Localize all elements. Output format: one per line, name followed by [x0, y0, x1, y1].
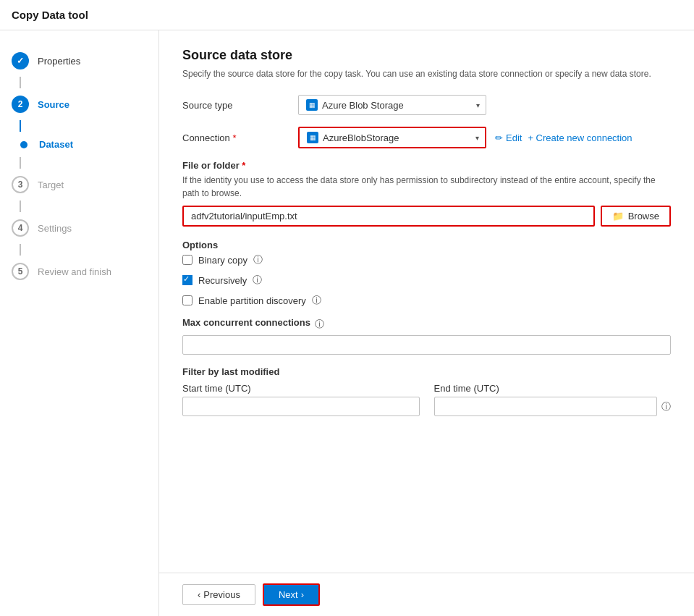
- time-row: Start time (UTC) End time (UTC) ⓘ: [182, 383, 671, 416]
- sidebar-label-target: Target: [38, 180, 64, 190]
- recursively-checkbox[interactable]: [182, 275, 192, 285]
- max-connections-input[interactable]: [182, 335, 671, 355]
- step-connector-4: [20, 201, 21, 212]
- connection-controls: ▦ AzureBlobStorage ▾ ✏ Edit + Create new…: [298, 127, 632, 148]
- filter-section: Filter by last modified Start time (UTC)…: [182, 366, 671, 416]
- source-type-value: Azure Blob Storage: [322, 100, 404, 111]
- create-connection-button[interactable]: + Create new connection: [528, 132, 632, 143]
- previous-button[interactable]: ‹ Previous: [182, 584, 255, 605]
- enable-partition-checkbox[interactable]: [182, 295, 192, 305]
- pencil-icon: ✏: [495, 132, 503, 143]
- end-time-field: End time (UTC) ⓘ: [434, 383, 672, 416]
- edit-button[interactable]: ✏ Edit: [495, 132, 522, 143]
- chevron-down-icon: ▾: [476, 101, 480, 109]
- step-connector-2: [20, 120, 21, 132]
- source-type-select[interactable]: ▦ Azure Blob Storage ▾: [298, 95, 486, 115]
- start-time-label: Start time (UTC): [182, 383, 420, 394]
- connection-value: AzureBlobStorage: [323, 132, 399, 143]
- start-time-input[interactable]: [182, 397, 420, 416]
- file-folder-label: File or folder *: [182, 160, 671, 171]
- start-time-field: Start time (UTC): [182, 383, 420, 416]
- filter-label: Filter by last modified: [182, 366, 671, 377]
- connection-select-wrapper: ▦ AzureBlobStorage ▾: [298, 127, 486, 148]
- sidebar-item-dataset[interactable]: Dataset: [0, 132, 158, 157]
- binary-copy-label: Binary copy: [198, 255, 247, 266]
- source-type-label: Source type: [182, 100, 298, 111]
- step-circle-target: 3: [12, 176, 29, 193]
- source-type-row: Source type ▦ Azure Blob Storage ▾: [182, 95, 671, 115]
- step-connector-3: [20, 157, 21, 169]
- folder-icon: 📁: [612, 211, 624, 221]
- content-area: Source data store Specify the source dat…: [159, 30, 694, 573]
- step-circle-properties: ✓: [12, 52, 29, 69]
- file-folder-section: File or folder * If the identity you use…: [182, 160, 671, 227]
- file-folder-description: If the identity you use to access the da…: [182, 174, 671, 200]
- connection-select[interactable]: ▦ AzureBlobStorage ▾: [298, 127, 486, 148]
- recursively-row: Recursively ⓘ: [182, 274, 671, 287]
- sidebar-item-target[interactable]: 3 Target: [0, 169, 158, 201]
- connection-label: Connection *: [182, 132, 298, 143]
- page-description: Specify the source data store for the co…: [182, 67, 671, 80]
- sidebar-item-source[interactable]: 2 Source: [0, 88, 158, 120]
- options-section: Options Binary copy ⓘ Recursively ⓘ: [182, 240, 671, 307]
- file-folder-row: 📁 Browse: [182, 206, 671, 227]
- connection-row: Connection * ▦ AzureBlobStorage ▾ ✏: [182, 127, 671, 148]
- enable-partition-label: Enable partition discovery: [198, 295, 306, 306]
- step-dot-dataset: [20, 141, 27, 148]
- chevron-right-icon: ›: [301, 589, 304, 600]
- connection-actions: ✏ Edit + Create new connection: [495, 132, 632, 143]
- sidebar-label-dataset: Dataset: [39, 139, 73, 150]
- sidebar-label-review: Review and finish: [38, 266, 111, 277]
- enable-partition-info-icon: ⓘ: [312, 294, 321, 307]
- end-time-info-icon: ⓘ: [661, 400, 671, 413]
- step-circle-settings: 4: [12, 219, 29, 237]
- binary-copy-row: Binary copy ⓘ: [182, 253, 671, 266]
- sidebar-label-properties: Properties: [38, 56, 80, 67]
- max-connections-label: Max concurrent connections: [182, 317, 310, 328]
- sidebar-label-settings: Settings: [38, 223, 72, 234]
- max-connections-info-icon: ⓘ: [315, 318, 324, 331]
- binary-copy-checkbox[interactable]: [182, 255, 192, 265]
- app-title: Copy Data tool: [12, 9, 88, 21]
- page-title: Source data store: [182, 48, 671, 63]
- step-connector-1: [20, 77, 21, 88]
- binary-copy-info-icon: ⓘ: [253, 253, 263, 266]
- next-button[interactable]: Next ›: [263, 583, 320, 606]
- sidebar-item-properties[interactable]: ✓ Properties: [0, 45, 158, 77]
- file-folder-required: *: [242, 160, 245, 171]
- blob-icon-connection: ▦: [307, 132, 318, 143]
- connection-required: *: [232, 132, 236, 143]
- step-circle-review: 5: [12, 263, 29, 280]
- sidebar: ✓ Properties 2 Source Dataset 3 Target 4…: [0, 30, 159, 616]
- max-connections-section: Max concurrent connections ⓘ: [182, 317, 671, 355]
- sidebar-item-review[interactable]: 5 Review and finish: [0, 256, 158, 287]
- partition-discovery-row: Enable partition discovery ⓘ: [182, 294, 671, 307]
- step-circle-source: 2: [12, 96, 29, 113]
- blob-icon-source: ▦: [306, 99, 318, 111]
- main-content: Source data store Specify the source dat…: [159, 30, 694, 616]
- end-time-input[interactable]: [434, 397, 658, 416]
- recursively-checkbox-wrapper: Recursively ⓘ: [182, 274, 262, 287]
- partition-discovery-checkbox-wrapper: Enable partition discovery ⓘ: [182, 294, 321, 307]
- source-type-select-wrapper: ▦ Azure Blob Storage ▾: [298, 95, 486, 115]
- chevron-left-icon: ‹: [198, 589, 200, 600]
- recursively-info-icon: ⓘ: [253, 274, 262, 287]
- binary-copy-checkbox-wrapper: Binary copy ⓘ: [182, 253, 263, 266]
- file-folder-input[interactable]: [182, 206, 595, 227]
- step-connector-5: [20, 244, 21, 256]
- app-header: Copy Data tool: [0, 0, 694, 30]
- options-label: Options: [182, 240, 671, 250]
- chevron-down-connection-icon: ▾: [475, 134, 479, 142]
- sidebar-label-source: Source: [38, 99, 69, 110]
- end-time-label: End time (UTC): [434, 383, 672, 394]
- sidebar-item-settings[interactable]: 4 Settings: [0, 212, 158, 244]
- footer: ‹ Previous Next ›: [159, 573, 694, 616]
- browse-button[interactable]: 📁 Browse: [601, 206, 671, 227]
- recursively-label: Recursively: [198, 275, 247, 286]
